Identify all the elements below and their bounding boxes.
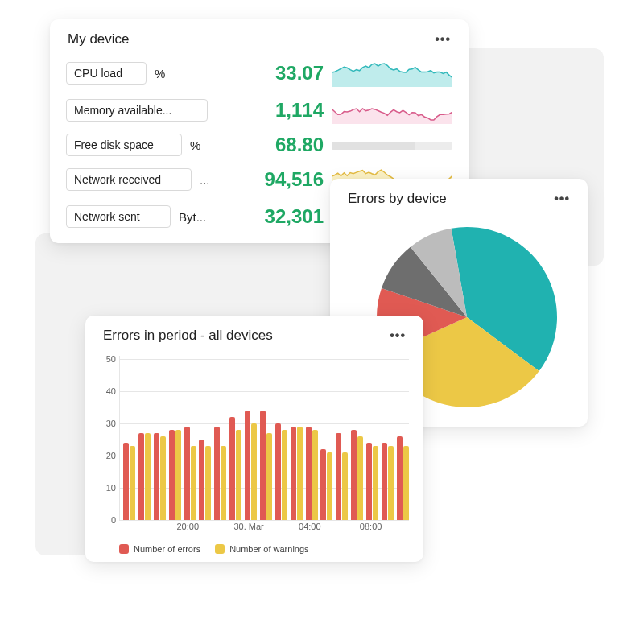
sparkline xyxy=(332,60,452,87)
bar-errors xyxy=(351,430,357,520)
metric-value: 94,516 xyxy=(265,168,324,191)
bar-warnings xyxy=(373,446,378,520)
bar-warnings xyxy=(191,446,196,520)
bar-warnings xyxy=(282,430,287,520)
more-icon[interactable]: ••• xyxy=(386,327,409,345)
metric-unit: ... xyxy=(200,173,214,187)
card-errors-in-period: Errors in period - all devices ••• 01020… xyxy=(85,316,423,562)
more-icon[interactable]: ••• xyxy=(551,190,573,208)
metric-label: Network received xyxy=(66,168,192,191)
bar-errors xyxy=(123,443,129,520)
bar-chart: 0102030405020:0030. Mar04:0008:00 xyxy=(119,356,409,541)
legend-swatch-warnings xyxy=(215,544,225,554)
bar-warnings xyxy=(312,430,318,520)
bar-warnings xyxy=(327,452,332,520)
metric-row: Free disk space%68.80 xyxy=(50,129,469,161)
metric-label: Network sent xyxy=(66,205,171,228)
card-title-my-device: My device xyxy=(68,31,130,47)
bar-warnings xyxy=(342,452,348,520)
bar-warnings xyxy=(403,446,409,520)
bar-errors xyxy=(320,449,326,520)
bar-warnings xyxy=(130,446,135,520)
bar-errors xyxy=(214,427,220,520)
bar-errors xyxy=(245,411,250,520)
bar-warnings xyxy=(266,433,272,520)
bar-warnings xyxy=(175,430,181,520)
metric-unit: % xyxy=(155,67,169,80)
bar-warnings xyxy=(160,436,166,520)
bar-errors xyxy=(366,443,372,520)
metric-label: CPU load xyxy=(66,62,147,85)
bar-warnings xyxy=(388,446,394,520)
bar-legend: Number of errors Number of warnings xyxy=(119,544,409,554)
metric-value: 68.80 xyxy=(275,134,324,156)
card-title-errors-in-period: Errors in period - all devices xyxy=(103,328,273,344)
legend-swatch-errors xyxy=(119,544,129,554)
bar-errors xyxy=(275,423,281,520)
metric-value: 1,114 xyxy=(275,99,324,122)
metric-unit: % xyxy=(190,138,204,152)
bar-errors xyxy=(184,427,190,520)
bar-errors xyxy=(138,433,144,520)
bar-warnings xyxy=(297,427,303,520)
bar-errors xyxy=(169,430,175,520)
bar-errors xyxy=(260,411,266,520)
metric-value: 33.07 xyxy=(275,62,324,85)
bar-errors xyxy=(229,417,235,520)
y-tick: 50 xyxy=(100,354,116,364)
bar-warnings xyxy=(145,433,151,520)
y-tick: 20 xyxy=(100,451,116,460)
bar-errors xyxy=(306,427,312,520)
x-tick: 30. Mar xyxy=(233,522,263,531)
metric-row: Memory available...1,114 xyxy=(50,92,469,129)
bar-warnings xyxy=(251,423,257,520)
card-title-errors-by-device: Errors by device xyxy=(348,191,447,207)
legend-label-errors: Number of errors xyxy=(134,544,200,554)
y-tick: 30 xyxy=(100,419,116,428)
x-tick: 20:00 xyxy=(176,522,199,531)
metric-unit: Byt... xyxy=(179,210,213,224)
more-icon[interactable]: ••• xyxy=(431,31,454,48)
y-tick: 10 xyxy=(100,483,116,493)
bar-errors xyxy=(154,433,159,520)
legend-label-warnings: Number of warnings xyxy=(229,544,308,554)
metric-label: Free disk space xyxy=(66,134,182,156)
metric-label: Memory available... xyxy=(66,99,208,122)
bar-warnings xyxy=(236,430,242,520)
x-tick: 04:00 xyxy=(299,522,321,531)
bar-warnings xyxy=(221,446,226,520)
sparkline xyxy=(332,97,452,124)
bar-errors xyxy=(199,440,204,520)
metric-row: CPU load%33.07 xyxy=(50,55,469,92)
bar-errors xyxy=(382,443,387,520)
y-tick: 40 xyxy=(100,386,116,396)
x-tick: 08:00 xyxy=(360,522,382,531)
y-tick: 0 xyxy=(100,515,116,525)
bar-warnings xyxy=(357,436,363,520)
bar-warnings xyxy=(205,446,211,520)
metric-value: 32,301 xyxy=(265,205,324,228)
bar-errors xyxy=(291,427,296,520)
bar-errors xyxy=(397,436,402,520)
bar-errors xyxy=(336,433,341,520)
progress-bar xyxy=(332,142,452,150)
